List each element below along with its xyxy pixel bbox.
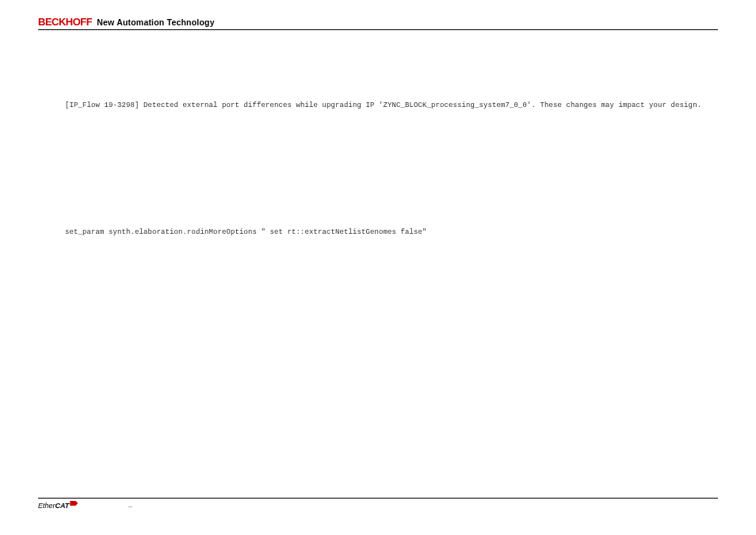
ethercat-logo-part2: CAT [55,502,70,510]
ethercat-arrow-icon [70,501,78,506]
ethercat-logo: EtherCAT [38,502,78,510]
page-number-marker: – [128,503,132,510]
document-content: [IP_Flow 19-3298] Detected external port… [38,30,718,236]
brand-tagline: New Automation Technology [97,17,215,27]
brand-logo: BECKHOFF [38,16,92,28]
page-footer: EtherCAT – [38,498,718,510]
page-header: BECKHOFF New Automation Technology [38,16,718,30]
ethercat-logo-part1: Ether [38,502,55,510]
command-set-param: set_param synth.elaboration.rodinMoreOpt… [65,228,710,236]
message-ip-flow: [IP_Flow 19-3298] Detected external port… [65,101,710,109]
